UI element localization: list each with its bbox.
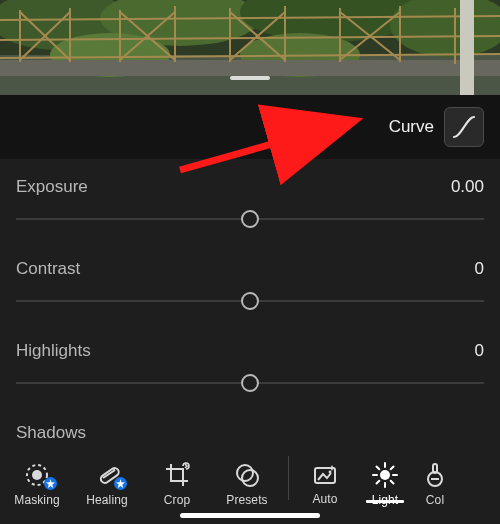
- toolbar-divider: [288, 456, 289, 500]
- tool-auto[interactable]: Auto: [295, 462, 355, 506]
- slider-track[interactable]: [16, 291, 484, 311]
- presets-icon: [233, 461, 261, 489]
- curve-toolbar: Curve: [0, 95, 500, 159]
- slider-track[interactable]: [16, 209, 484, 229]
- bottom-toolbar: Masking Healing Crop: [0, 444, 500, 524]
- svg-line-48: [377, 481, 380, 484]
- svg-rect-9: [0, 60, 500, 76]
- curve-button[interactable]: [444, 107, 484, 147]
- color-icon: [421, 461, 449, 489]
- svg-point-36: [113, 468, 115, 470]
- curve-label: Curve: [389, 117, 434, 137]
- slider-value: 0: [475, 259, 484, 279]
- app-root: Curve Exposure 0.00 Contrast 0: [0, 0, 500, 524]
- tool-crop[interactable]: Crop: [142, 461, 212, 507]
- slider-thumb[interactable]: [241, 210, 259, 228]
- slider-exposure: Exposure 0.00: [16, 165, 484, 247]
- svg-point-40: [329, 471, 332, 474]
- slider-value: 0.00: [451, 177, 484, 197]
- tool-label: Auto: [312, 492, 337, 506]
- home-indicator: [180, 513, 320, 518]
- new-badge: [44, 477, 57, 490]
- svg-rect-30: [460, 0, 474, 95]
- tool-label: Healing: [86, 493, 127, 507]
- svg-point-35: [100, 479, 102, 481]
- photo-preview-image: [0, 0, 500, 95]
- panel-drag-handle[interactable]: [230, 76, 270, 80]
- slider-label: Highlights: [16, 341, 91, 361]
- slider-highlights: Highlights 0: [16, 329, 484, 411]
- tool-light[interactable]: Light: [355, 461, 415, 507]
- svg-line-47: [391, 481, 394, 484]
- tool-label: Presets: [226, 493, 267, 507]
- slider-label: Contrast: [16, 259, 80, 279]
- slider-label: Shadows: [16, 423, 86, 443]
- tool-healing[interactable]: Healing: [72, 461, 142, 507]
- tool-presets[interactable]: Presets: [212, 461, 282, 507]
- light-adjustments-panel: Exposure 0.00 Contrast 0 Highlights 0: [0, 159, 500, 444]
- tool-masking[interactable]: Masking: [2, 461, 72, 507]
- slider-shadows: Shadows: [16, 411, 484, 444]
- tool-color[interactable]: Col: [415, 461, 455, 507]
- slider-contrast: Contrast 0: [16, 247, 484, 329]
- slider-thumb[interactable]: [241, 292, 259, 310]
- crop-icon: [163, 461, 191, 489]
- tool-label: Masking: [14, 493, 59, 507]
- slider-track[interactable]: [16, 373, 484, 393]
- svg-line-46: [377, 467, 380, 470]
- light-icon: [371, 461, 399, 489]
- new-badge: [114, 477, 127, 490]
- tool-label: Col: [426, 493, 444, 507]
- auto-icon: [311, 462, 339, 488]
- slider-value: 0: [475, 341, 484, 361]
- svg-point-32: [32, 470, 42, 480]
- tool-label: Crop: [164, 493, 190, 507]
- svg-point-41: [380, 470, 390, 480]
- active-tab-underline: [366, 500, 404, 503]
- svg-line-49: [391, 467, 394, 470]
- curve-icon: [451, 114, 477, 140]
- photo-preview[interactable]: [0, 0, 500, 95]
- slider-thumb[interactable]: [241, 374, 259, 392]
- slider-label: Exposure: [16, 177, 88, 197]
